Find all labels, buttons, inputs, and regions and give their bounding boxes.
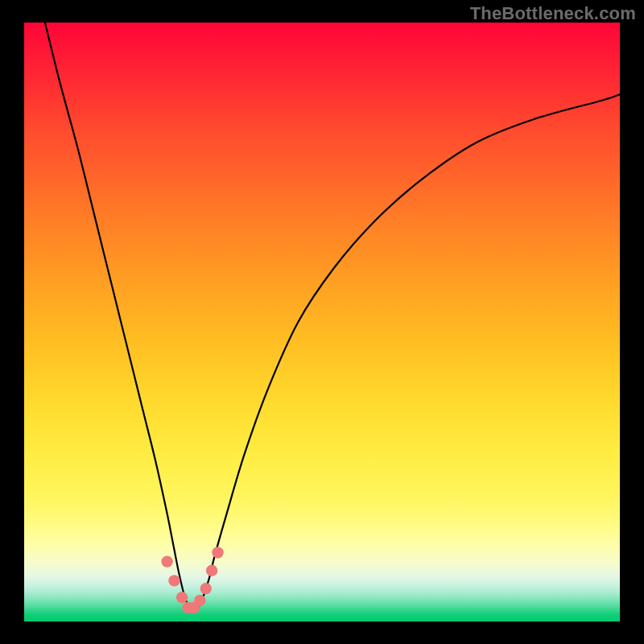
marker-dot <box>168 575 180 586</box>
marker-dot <box>176 592 188 603</box>
marker-dot <box>194 595 205 606</box>
bottleneck-curve-line <box>45 23 620 611</box>
chart-plot-area <box>24 23 620 621</box>
watermark-text: TheBottleneck.com <box>470 3 636 24</box>
minimum-markers <box>161 547 223 613</box>
marker-dot <box>206 565 217 576</box>
marker-dot <box>161 555 172 567</box>
marker-dot <box>200 583 212 594</box>
marker-dot <box>212 547 223 558</box>
chart-svg <box>24 23 620 621</box>
